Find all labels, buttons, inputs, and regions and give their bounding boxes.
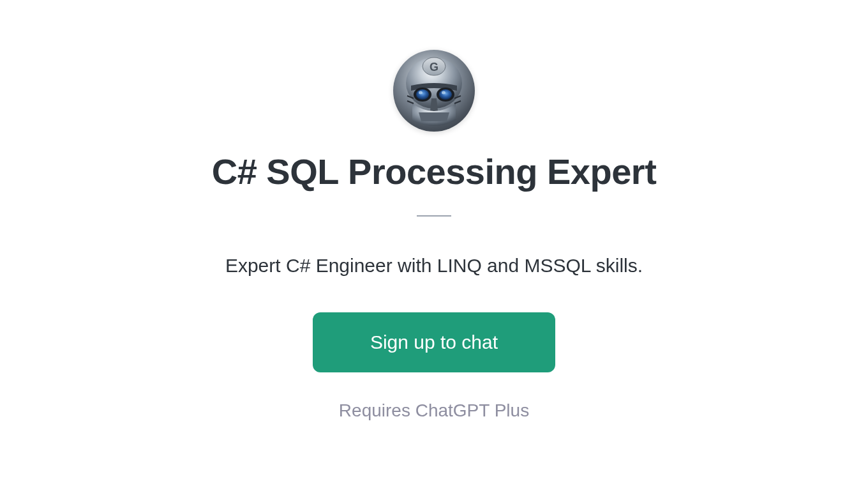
divider xyxy=(417,215,451,217)
description-text: Expert C# Engineer with LINQ and MSSQL s… xyxy=(225,255,643,277)
svg-point-8 xyxy=(442,91,445,95)
svg-point-5 xyxy=(419,91,423,95)
requires-text: Requires ChatGPT Plus xyxy=(339,400,529,421)
page-title: C# SQL Processing Expert xyxy=(212,151,657,192)
robot-avatar-icon: G xyxy=(393,50,475,132)
svg-text:G: G xyxy=(430,61,438,73)
signup-button[interactable]: Sign up to chat xyxy=(313,312,555,372)
svg-point-4 xyxy=(416,89,429,100)
avatar: G xyxy=(393,50,475,132)
svg-point-7 xyxy=(439,89,452,100)
